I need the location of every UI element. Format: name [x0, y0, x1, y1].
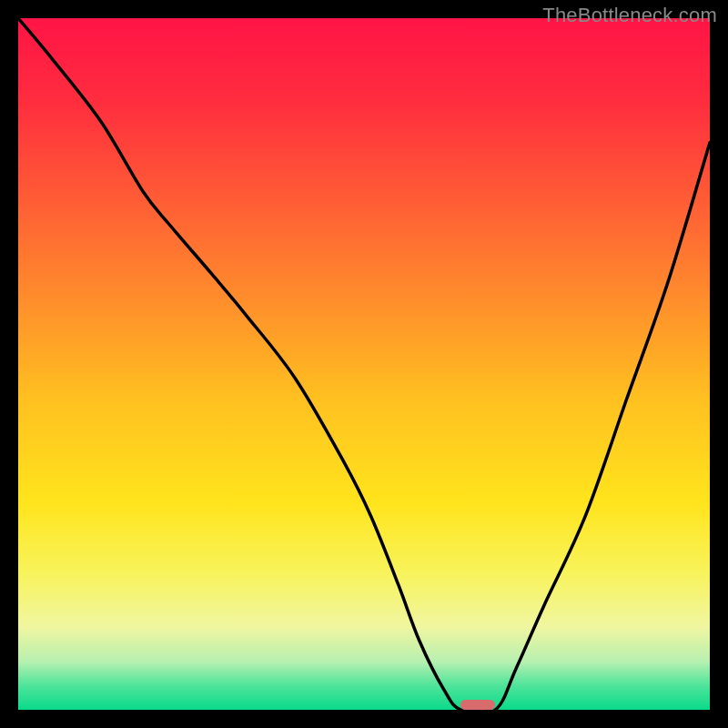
- optimal-marker: [460, 700, 495, 710]
- chart-container: TheBottleneck.com: [0, 0, 728, 728]
- watermark-text: TheBottleneck.com: [542, 4, 717, 27]
- chart-curve: [18, 18, 710, 710]
- chart-plot-area: [18, 18, 710, 710]
